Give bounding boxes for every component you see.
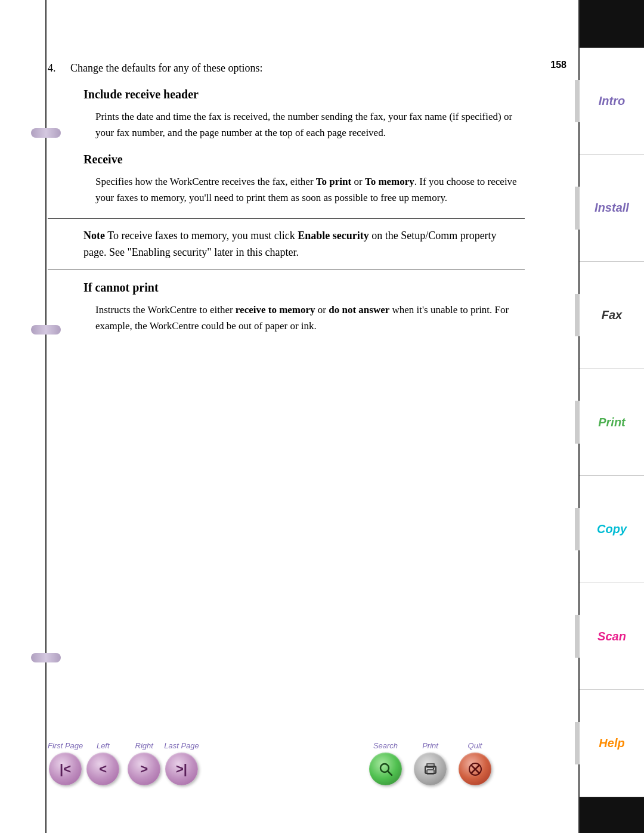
nav-bar: First Page |< Left < Right > Last Page >…: [48, 741, 495, 785]
print-icon: [423, 761, 438, 777]
nav-last-page-group: Last Page >|: [164, 741, 199, 785]
nav-quit-label: Quit: [468, 741, 482, 750]
nav-quit-group: Quit: [459, 741, 491, 785]
quit-icon: [467, 761, 483, 777]
sidebar-tab-intro-label: Intro: [599, 94, 625, 108]
last-page-button[interactable]: >|: [165, 753, 198, 785]
right-button[interactable]: >: [128, 753, 160, 785]
sidebar-tab-help[interactable]: Help: [580, 690, 644, 797]
search-button[interactable]: [369, 753, 402, 785]
section2-heading: Receive: [83, 153, 537, 166]
sidebar-tab-print[interactable]: Print: [580, 369, 644, 476]
quit-button[interactable]: [459, 753, 491, 785]
svg-line-1: [388, 771, 392, 775]
content-area: 4. Change the defaults for any of these …: [48, 60, 537, 335]
sidebar-tab-fax-label: Fax: [602, 308, 622, 322]
sidebar-tab-install-label: Install: [595, 201, 629, 215]
sidebar-tab-intro[interactable]: Intro: [580, 48, 644, 155]
nav-left-group: Left <: [86, 741, 119, 785]
note-box: Note To receive faxes to memory, you mus…: [48, 218, 525, 271]
section3-heading: If cannot print: [83, 281, 537, 295]
sidebar-tab-copy-label: Copy: [597, 522, 627, 536]
sidebar: Intro Install Fax Print Copy Scan Help: [578, 0, 644, 833]
nav-left-label: Left: [97, 741, 110, 750]
nav-search-label: Search: [373, 741, 398, 750]
search-icon: [378, 761, 394, 777]
sidebar-bottom-black: [580, 797, 644, 833]
sidebar-tab-install[interactable]: Install: [580, 155, 644, 262]
left-button[interactable]: <: [86, 753, 119, 785]
nav-search-group: Search: [369, 741, 402, 785]
nav-print-group: Print: [414, 741, 447, 785]
sidebar-tab-scan[interactable]: Scan: [580, 583, 644, 690]
sidebar-tab-scan-label: Scan: [597, 630, 626, 643]
sidebar-tab-help-label: Help: [599, 736, 624, 750]
section1-body: Prints the date and time the fax is rece…: [95, 109, 525, 141]
nav-right-buttons: Search Print: [369, 741, 495, 785]
nav-last-page-label: Last Page: [164, 741, 199, 750]
nav-right-label: Right: [135, 741, 153, 750]
section2-body: Specifies how the WorkCentre receives th…: [95, 174, 525, 206]
print-button[interactable]: [414, 753, 447, 785]
first-page-button[interactable]: |<: [49, 753, 82, 785]
nav-right-group: Right >: [128, 741, 160, 785]
nav-print-label: Print: [422, 741, 438, 750]
main-content: 4. Change the defaults for any of these …: [0, 0, 566, 833]
step-intro-text: 4. Change the defaults for any of these …: [48, 60, 262, 77]
sidebar-top-black: [580, 0, 644, 48]
nav-first-page-group: First Page |<: [48, 741, 83, 785]
step-intro: 4. Change the defaults for any of these …: [48, 60, 537, 77]
svg-point-5: [432, 767, 434, 769]
section3-body: Instructs the WorkCentre to either recei…: [95, 302, 525, 334]
sidebar-tab-print-label: Print: [598, 416, 626, 429]
nav-first-page-label: First Page: [48, 741, 83, 750]
sidebar-tab-fax[interactable]: Fax: [580, 262, 644, 369]
section1-heading: Include receive header: [83, 88, 537, 101]
sidebar-tab-copy[interactable]: Copy: [580, 476, 644, 583]
